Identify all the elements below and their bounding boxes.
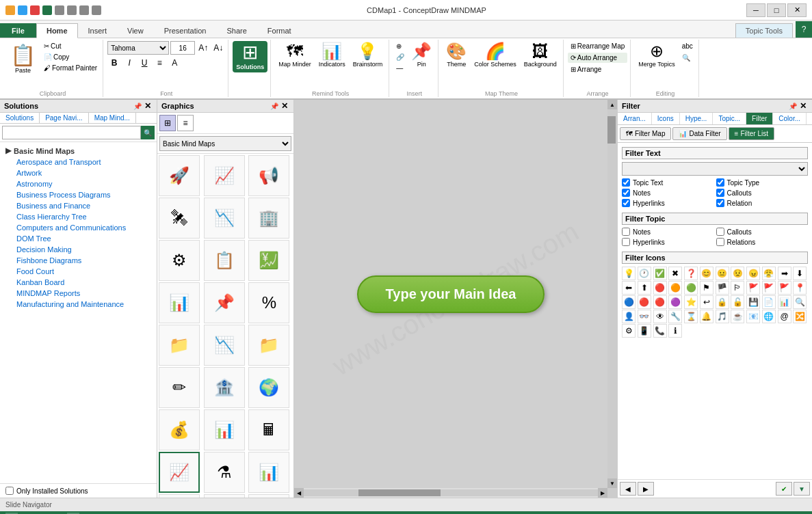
- indicators-button[interactable]: 📊 Indicators: [315, 41, 349, 70]
- solutions-item-aerospace[interactable]: Aerospace and Transport: [0, 157, 157, 167]
- scroll-down-arrow[interactable]: ▼: [607, 478, 617, 488]
- topic-relations-checkbox[interactable]: [716, 238, 724, 246]
- filter-icon-30[interactable]: 🔒: [716, 295, 729, 309]
- graphics-item-17[interactable]: 🏦: [204, 367, 245, 408]
- scroll-thumb-v[interactable]: [607, 116, 616, 144]
- canvas-area[interactable]: www.conceptdraw.com Type your Main Idea …: [294, 100, 617, 498]
- only-installed-checkbox[interactable]: [5, 487, 14, 495]
- tab-topic-tools[interactable]: Topic Tools: [735, 23, 793, 38]
- filter-icon-20[interactable]: 🚩: [746, 281, 760, 295]
- graphics-item-15[interactable]: 📁: [248, 325, 289, 366]
- merge-topics-button[interactable]: ⊕ Merge Topics: [635, 41, 678, 70]
- filter-icon-28[interactable]: ⭐: [684, 295, 698, 309]
- solutions-item-artwork[interactable]: Artwork: [0, 167, 157, 178]
- brainstorm-button[interactable]: 💡 Brainstorm: [350, 41, 387, 70]
- data-filter-button[interactable]: 📊 Data Filter: [672, 127, 726, 140]
- arrange-button[interactable]: ⊞ Arrange: [568, 64, 627, 75]
- filter-tab-hype[interactable]: Hype...: [680, 113, 713, 124]
- filter-icon-25[interactable]: 🔴: [638, 295, 651, 309]
- topic-type-checkbox[interactable]: [716, 178, 724, 187]
- graphics-item-10[interactable]: 📊: [159, 282, 200, 323]
- filter-icon-45[interactable]: 🌐: [762, 310, 776, 323]
- tab-insert[interactable]: Insert: [78, 23, 118, 38]
- filter-icon-1[interactable]: 🕐: [638, 267, 651, 280]
- solutions-item-mindmap-reports[interactable]: MINDMAP Reports: [0, 288, 157, 299]
- filter-icon-26[interactable]: 🔴: [653, 295, 667, 309]
- filter-tab-filter[interactable]: Filter: [746, 113, 773, 124]
- graphics-category-select[interactable]: Basic Mind Maps: [159, 136, 291, 151]
- filter-icon-32[interactable]: 💾: [746, 295, 760, 309]
- filter-icon-24[interactable]: 🔵: [622, 295, 636, 309]
- underline-button[interactable]: U: [137, 56, 151, 70]
- topic-notes-checkbox[interactable]: [622, 228, 630, 236]
- graphics-item-9[interactable]: 💹: [248, 240, 289, 281]
- canvas-vertical-scrollbar[interactable]: ▲ ▼: [607, 100, 617, 488]
- topic-callouts-checkbox[interactable]: [716, 228, 724, 236]
- filter-icon-9[interactable]: 😤: [762, 267, 776, 280]
- filter-icon-12[interactable]: ⬅: [622, 281, 636, 295]
- graphics-item-24[interactable]: 📊: [248, 452, 289, 493]
- graphics-list-view-button[interactable]: ≡: [177, 115, 194, 131]
- graphics-item-26[interactable]: 🖱: [204, 494, 245, 498]
- filter-icon-6[interactable]: 😐: [716, 267, 729, 280]
- filter-icon-47[interactable]: 🔀: [793, 310, 807, 323]
- filter-icon-4[interactable]: ❓: [684, 267, 698, 280]
- bold-button[interactable]: B: [107, 56, 121, 70]
- copy-button[interactable]: 📄 Copy: [41, 52, 100, 62]
- font-increase-button[interactable]: A↑: [196, 41, 210, 55]
- graphics-grid-view-button[interactable]: ⊞: [159, 115, 176, 131]
- solutions-tab-map-mind[interactable]: Map Mind...: [89, 113, 136, 123]
- filter-icon-37[interactable]: 👓: [638, 310, 651, 323]
- filter-map-button[interactable]: 🗺 Filter Map: [620, 127, 671, 140]
- callouts-checkbox-text[interactable]: [716, 189, 724, 197]
- tab-file[interactable]: File: [0, 23, 36, 38]
- filter-icon-13[interactable]: ⬆: [638, 281, 651, 295]
- font-decrease-button[interactable]: A↓: [211, 41, 225, 55]
- solutions-item-fishbone[interactable]: Fishbone Diagrams: [0, 255, 157, 266]
- filter-icon-34[interactable]: 📊: [778, 295, 791, 309]
- scroll-track-h[interactable]: [304, 489, 598, 496]
- insert-btn-3[interactable]: —: [393, 63, 407, 73]
- search-button-ribbon[interactable]: 🔍: [679, 53, 696, 63]
- tab-home[interactable]: Home: [36, 23, 78, 38]
- solutions-item-astronomy[interactable]: Astronomy: [0, 178, 157, 189]
- graphics-item-27[interactable]: 🖥: [248, 494, 289, 498]
- scroll-track-v[interactable]: [607, 109, 617, 478]
- filter-icon-44[interactable]: 📧: [746, 310, 760, 323]
- filter-funnel-button[interactable]: ▼: [794, 482, 810, 496]
- filter-list-button[interactable]: ≡ Filter List: [729, 127, 774, 140]
- pin-button[interactable]: 📌 Pin: [408, 41, 435, 70]
- filter-icon-51[interactable]: ℹ: [668, 324, 682, 338]
- filter-icon-14[interactable]: 🔴: [653, 281, 667, 295]
- tab-presentation[interactable]: Presentation: [154, 23, 217, 38]
- solutions-panel-close[interactable]: ✕: [143, 101, 153, 111]
- filter-icon-21[interactable]: 🚩: [762, 281, 776, 295]
- title-controls[interactable]: ─ □ ✕: [746, 3, 807, 17]
- filter-icon-38[interactable]: 👁: [653, 310, 667, 323]
- abc-button[interactable]: abc: [679, 41, 696, 51]
- graphics-item-1[interactable]: 🚀: [159, 155, 200, 196]
- solutions-button[interactable]: ⊞ Solutions: [233, 41, 267, 72]
- insert-btn-2[interactable]: 🔗: [393, 52, 407, 62]
- solutions-item-computers[interactable]: Computers and Communications: [0, 222, 157, 233]
- filter-icon-7[interactable]: 😟: [731, 267, 744, 280]
- graphics-item-23[interactable]: ⚗: [204, 452, 245, 493]
- solutions-item-kanban[interactable]: Kanban Board: [0, 277, 157, 288]
- filter-icon-10[interactable]: ➡: [778, 267, 791, 280]
- scroll-left-arrow[interactable]: ◀: [294, 488, 304, 498]
- filter-icon-40[interactable]: ⌛: [684, 310, 698, 323]
- italic-button[interactable]: I: [122, 56, 136, 70]
- filter-icon-46[interactable]: @: [778, 310, 791, 323]
- graphics-item-11[interactable]: 📌: [204, 282, 245, 323]
- map-minder-button[interactable]: 🗺 Map Minder: [275, 41, 315, 70]
- graphics-panel-pin[interactable]: 📌: [269, 103, 280, 110]
- graphics-item-18[interactable]: 🌍: [248, 367, 289, 408]
- text-align-button[interactable]: ≡: [153, 56, 166, 70]
- insert-btn-1[interactable]: ⊕: [393, 41, 407, 51]
- theme-button[interactable]: 🎨 Theme: [443, 41, 470, 70]
- filter-icon-49[interactable]: 📱: [638, 324, 651, 338]
- notes-checkbox-text[interactable]: [622, 189, 630, 197]
- text-color-button[interactable]: A: [168, 56, 181, 70]
- graphics-item-25[interactable]: 💻: [159, 494, 200, 498]
- maximize-button[interactable]: □: [767, 3, 786, 17]
